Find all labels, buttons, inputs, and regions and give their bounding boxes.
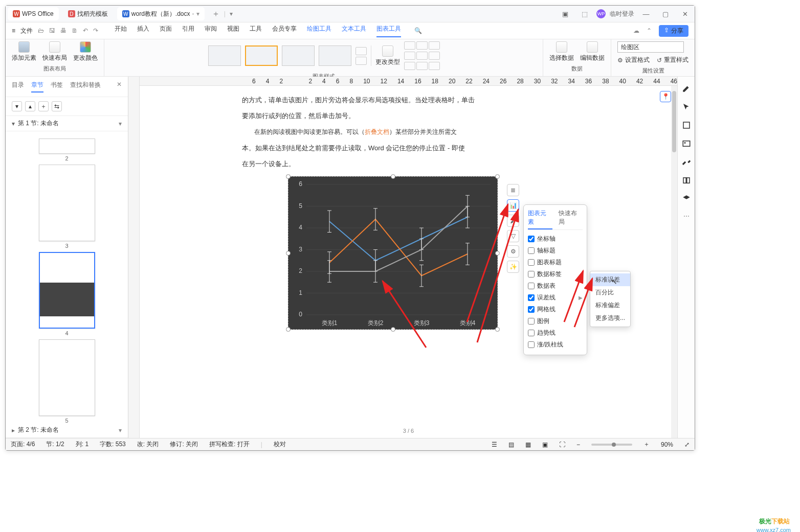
chart-element-item[interactable]: 趋势线 xyxy=(528,327,583,339)
tool-btn[interactable]: ▾ xyxy=(12,101,22,111)
cloud-icon[interactable]: ☁ xyxy=(633,27,639,34)
book-icon[interactable] xyxy=(682,176,691,185)
status-spell[interactable]: 拼写检查: 打开 xyxy=(209,440,250,449)
resize-handle[interactable] xyxy=(286,251,291,256)
tool-btn[interactable]: ▴ xyxy=(25,101,35,111)
zoom-out-icon[interactable]: − xyxy=(576,441,580,448)
chart-part-select[interactable] xyxy=(617,41,684,53)
resize-handle[interactable] xyxy=(391,327,395,332)
chart-element-item[interactable]: 图表标题 xyxy=(528,257,583,268)
select-icon[interactable] xyxy=(682,121,691,130)
page-thumb[interactable]: 5 xyxy=(39,339,95,423)
chart-element-item[interactable]: 数据标签 xyxy=(528,268,583,280)
search-icon[interactable]: 🔍 xyxy=(414,27,422,34)
scrollbar-thumb[interactable] xyxy=(672,91,676,152)
view-icon[interactable]: ▣ xyxy=(542,441,548,448)
cube-icon[interactable]: ⬚ xyxy=(577,10,592,18)
open-icon[interactable]: 🗁 xyxy=(38,27,44,34)
status-track[interactable]: 改: 关闭 xyxy=(137,440,159,449)
template-tab[interactable]: D找稻壳模板 xyxy=(63,7,113,20)
chart-element-item[interactable]: 图例 xyxy=(528,315,583,327)
change-type-button[interactable]: 更改类型 xyxy=(375,45,400,66)
panel-tab-quick[interactable]: 快速布局 xyxy=(559,209,583,229)
style-thumb-selected[interactable] xyxy=(245,45,278,66)
section-row[interactable]: ▾第 1 节: 未命名▾ xyxy=(6,116,128,131)
status-rev[interactable]: 修订: 关闭 xyxy=(170,440,198,449)
doc-tab[interactable]: Wword教程（新）.docx▫▾ xyxy=(117,7,205,20)
layers-icon[interactable] xyxy=(682,194,691,203)
undo-icon[interactable]: ↶ xyxy=(83,27,88,34)
expand-icon[interactable]: ⤢ xyxy=(684,441,690,448)
page-thumb[interactable]: 3 xyxy=(39,165,95,249)
menu-start[interactable]: 开始 xyxy=(115,25,127,37)
chart-filter-icon[interactable]: ▽ xyxy=(507,230,519,242)
mini-btn[interactable] xyxy=(429,52,440,60)
mini-btn[interactable] xyxy=(416,52,428,60)
menu-vip[interactable]: 会员专享 xyxy=(272,25,297,37)
chart-element-item[interactable]: 网格线 xyxy=(528,304,583,315)
close-panel-icon[interactable]: ✕ xyxy=(117,81,122,92)
print-icon[interactable]: 🖶 xyxy=(60,27,66,34)
avatar[interactable]: WP xyxy=(596,9,606,18)
section-row[interactable]: ▸第 2 节: 未命名▾ xyxy=(6,423,128,438)
tool-btn[interactable]: ＋ xyxy=(38,101,49,111)
close-icon[interactable]: ▾ xyxy=(196,10,199,17)
resize-handle[interactable] xyxy=(286,327,291,332)
style-thumb[interactable] xyxy=(282,45,315,66)
link[interactable]: 折叠文档 xyxy=(365,128,389,135)
submenu-item[interactable]: 百分比 xyxy=(590,286,630,299)
status-sect[interactable]: 节: 1/2 xyxy=(46,440,64,449)
tool-btn[interactable]: ⇆ xyxy=(52,101,62,111)
new-tab-button[interactable]: ＋ xyxy=(212,9,220,19)
submenu-item[interactable]: 标准偏差 xyxy=(590,299,630,312)
view-icon[interactable]: ☰ xyxy=(492,441,497,448)
mini-btn[interactable] xyxy=(404,41,415,50)
page-thumb[interactable]: 2 xyxy=(39,138,95,161)
hamburger-icon[interactable]: ≡ xyxy=(12,27,15,34)
gallery-up-icon[interactable] xyxy=(355,47,367,55)
menu-tools[interactable]: 工具 xyxy=(250,25,262,37)
zoom-label[interactable]: 90% xyxy=(661,441,673,448)
image-icon[interactable] xyxy=(682,139,691,148)
chart-element-item[interactable]: 数据表 xyxy=(528,280,583,292)
nav-marker-icon[interactable]: 📍 xyxy=(660,91,671,102)
zoom-in-icon[interactable]: ＋ xyxy=(643,440,650,449)
menu-chart[interactable]: 图表工具 xyxy=(376,25,401,37)
quick-layout-button[interactable]: 快速布局 xyxy=(42,41,67,62)
more-icon[interactable]: ⋯ xyxy=(683,213,690,220)
fit-icon[interactable]: ⛶ xyxy=(559,441,565,448)
menu-review[interactable]: 审阅 xyxy=(205,25,217,37)
share-button[interactable]: ⇪ 分享 xyxy=(659,25,688,37)
chart-element-item[interactable]: 轴标题 xyxy=(528,245,583,257)
style-gallery[interactable] xyxy=(208,45,351,66)
resize-handle[interactable] xyxy=(495,327,500,332)
chart-element-item[interactable]: 涨/跌柱线 xyxy=(528,339,583,351)
resize-handle[interactable] xyxy=(495,174,500,179)
chart-settings-icon[interactable]: ⚙ xyxy=(507,245,519,258)
pen-icon[interactable] xyxy=(682,84,691,93)
tab-bookmark[interactable]: 书签 xyxy=(51,81,63,92)
status-words[interactable]: 字数: 553 xyxy=(100,440,126,449)
submenu-item[interactable]: 标准误差 xyxy=(590,273,630,286)
status-col[interactable]: 列: 1 xyxy=(76,440,88,449)
resize-handle[interactable] xyxy=(286,174,291,179)
chart-elements-icon[interactable]: 📊 xyxy=(507,199,519,212)
redo-icon[interactable]: ↷ xyxy=(93,27,98,34)
home-tab[interactable]: WWPS Office xyxy=(8,7,59,20)
menu-view[interactable]: 视图 xyxy=(227,25,239,37)
menu-insert[interactable]: 插入 xyxy=(137,25,149,37)
maximize-icon[interactable]: ▢ xyxy=(658,10,673,18)
mini-btn[interactable] xyxy=(429,41,440,50)
pointer-icon[interactable] xyxy=(682,102,691,111)
menu-ref[interactable]: 引用 xyxy=(182,25,194,37)
status-page[interactable]: 页面: 4/6 xyxy=(11,440,35,449)
tools-icon[interactable] xyxy=(682,157,691,167)
add-element-button[interactable]: 添加元素 xyxy=(12,41,36,62)
gallery-down-icon[interactable] xyxy=(355,57,367,65)
menu-page[interactable]: 页面 xyxy=(160,25,172,37)
chart-element-item[interactable]: 误差线▶ xyxy=(528,292,583,304)
page-thumb[interactable]: 4 xyxy=(39,252,95,336)
format-button[interactable]: ⚙设置格式 xyxy=(617,56,650,64)
login-label[interactable]: 临时登录 xyxy=(610,10,634,18)
save-icon[interactable]: 🖫 xyxy=(49,27,55,34)
